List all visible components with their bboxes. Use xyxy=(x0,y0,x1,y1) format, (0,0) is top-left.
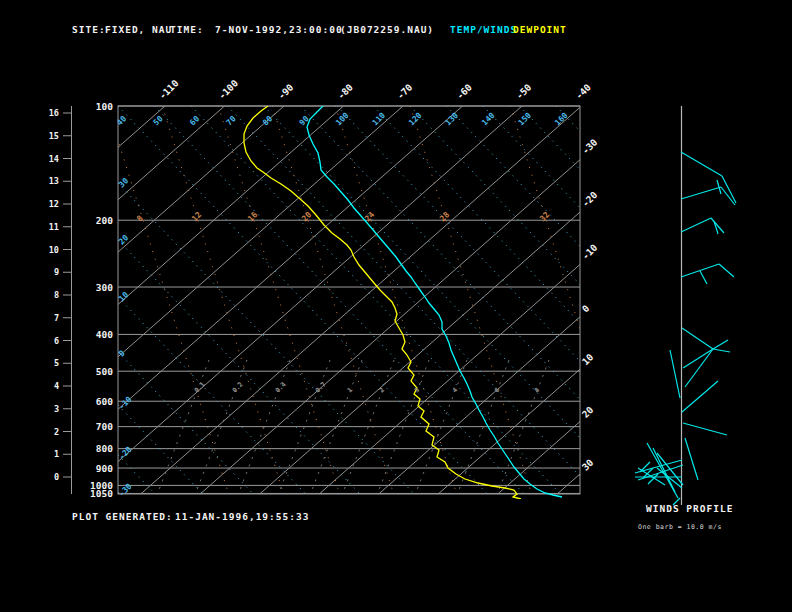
svg-text:32: 32 xyxy=(538,210,551,223)
svg-text:2: 2 xyxy=(54,427,59,437)
moist-adiabat-labels: 8121620242832 xyxy=(135,210,551,223)
pressure-gridlines xyxy=(118,106,580,493)
svg-text:0.2: 0.2 xyxy=(231,380,245,394)
svg-text:7: 7 xyxy=(54,313,59,323)
svg-text:-100: -100 xyxy=(216,77,240,101)
svg-text:-20: -20 xyxy=(117,445,134,462)
svg-text:-50: -50 xyxy=(514,81,534,101)
svg-text:4: 4 xyxy=(451,386,459,394)
dry-adiabat-labels-top: 405060708090100110120130140150160 xyxy=(115,111,570,128)
svg-text:140: 140 xyxy=(480,111,497,128)
svg-text:900: 900 xyxy=(96,463,113,474)
svg-text:-10: -10 xyxy=(580,242,600,262)
plot-generated-label: PLOT GENERATED: xyxy=(72,511,173,522)
svg-text:150: 150 xyxy=(517,111,534,128)
svg-text:14: 14 xyxy=(49,154,59,164)
pressure-axis-labels: 10020030040050060070080090010001050 xyxy=(90,101,113,499)
svg-text:30: 30 xyxy=(117,176,130,189)
svg-text:-40: -40 xyxy=(573,81,593,101)
winds-profile-title: WINDS PROFILE xyxy=(646,503,733,514)
dry-adiabat-lines xyxy=(118,106,792,494)
svg-text:160: 160 xyxy=(553,111,570,128)
svg-text:1: 1 xyxy=(54,449,59,459)
svg-text:70: 70 xyxy=(225,114,238,127)
svg-text:600: 600 xyxy=(96,396,113,407)
svg-text:-60: -60 xyxy=(454,81,474,101)
svg-text:1050: 1050 xyxy=(90,488,113,499)
svg-text:-20: -20 xyxy=(580,189,600,209)
svg-text:3: 3 xyxy=(54,404,59,414)
svg-text:15: 15 xyxy=(49,131,59,141)
svg-text:90: 90 xyxy=(298,114,311,127)
svg-text:20: 20 xyxy=(300,210,313,223)
svg-text:-70: -70 xyxy=(395,81,415,101)
svg-text:-90: -90 xyxy=(276,81,296,101)
wind-barbs xyxy=(635,152,736,505)
svg-text:9: 9 xyxy=(54,267,59,277)
sounding-app-window: SITE: FIXED, NAU TIME: 7-NOV-1992,23:00:… xyxy=(0,0,792,612)
svg-text:16: 16 xyxy=(246,210,259,223)
svg-text:2: 2 xyxy=(378,386,386,394)
svg-text:6: 6 xyxy=(54,336,59,346)
svg-text:8: 8 xyxy=(533,386,541,394)
svg-text:700: 700 xyxy=(96,421,113,432)
svg-text:12: 12 xyxy=(49,199,59,209)
svg-text:-80: -80 xyxy=(335,81,355,101)
isotherm-labels-right: -30-20-100102030 xyxy=(580,136,600,472)
svg-text:4: 4 xyxy=(54,381,59,391)
svg-text:300: 300 xyxy=(96,282,113,293)
height-axis: 012345678910111213141516 xyxy=(49,106,72,494)
svg-text:13: 13 xyxy=(49,176,59,186)
svg-text:0: 0 xyxy=(54,472,59,482)
svg-text:16: 16 xyxy=(49,108,59,118)
svg-text:200: 200 xyxy=(96,215,113,226)
svg-text:100: 100 xyxy=(334,111,351,128)
svg-text:130: 130 xyxy=(444,111,461,128)
svg-text:-30: -30 xyxy=(580,136,600,156)
svg-text:1: 1 xyxy=(346,386,354,394)
svg-text:60: 60 xyxy=(188,114,201,127)
svg-text:28: 28 xyxy=(438,210,451,223)
svg-text:500: 500 xyxy=(96,366,113,377)
svg-text:400: 400 xyxy=(96,329,113,340)
svg-text:-30: -30 xyxy=(117,482,134,499)
dewpoint-trace xyxy=(244,106,521,499)
svg-text:30: 30 xyxy=(580,457,596,473)
svg-text:0.1: 0.1 xyxy=(193,380,207,394)
svg-text:120: 120 xyxy=(407,111,424,128)
mixing-ratio-labels: 0.10.20.40.7123468 xyxy=(193,380,541,394)
svg-text:-110: -110 xyxy=(157,77,181,101)
svg-text:10: 10 xyxy=(49,245,59,255)
svg-text:8: 8 xyxy=(135,214,145,224)
svg-text:11: 11 xyxy=(49,222,59,232)
svg-text:10: 10 xyxy=(580,351,596,367)
svg-text:10: 10 xyxy=(117,290,130,303)
svg-text:0.4: 0.4 xyxy=(274,380,288,394)
svg-text:40: 40 xyxy=(115,114,128,127)
svg-text:20: 20 xyxy=(580,404,596,420)
svg-text:5: 5 xyxy=(54,358,59,368)
svg-text:20: 20 xyxy=(117,233,130,246)
svg-text:0: 0 xyxy=(580,302,592,314)
svg-text:100: 100 xyxy=(96,101,113,112)
isotherm-labels-top: -110-100-90-80-70-60-50-40 xyxy=(157,77,594,101)
dry-adiabat-labels-left: 3020100-10-20-30 xyxy=(117,176,134,498)
svg-text:800: 800 xyxy=(96,443,113,454)
winds-barb-legend: One barb = 10.0 m/s xyxy=(638,523,722,531)
plot-generated-value: 11-JAN-1996,19:55:33 xyxy=(175,511,309,522)
svg-text:8: 8 xyxy=(54,290,59,300)
svg-text:110: 110 xyxy=(371,111,388,128)
plot-border xyxy=(118,106,580,494)
moist-adiabat-lines xyxy=(107,106,631,494)
svg-text:12: 12 xyxy=(190,210,203,223)
